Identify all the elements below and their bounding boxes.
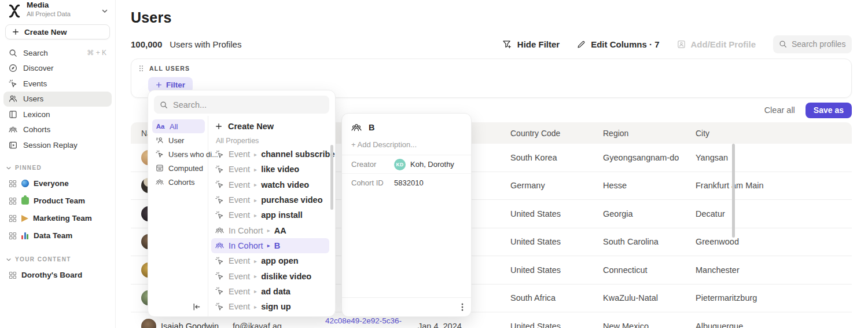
property-item-watch-video[interactable]: Event▸ watch video xyxy=(211,177,329,192)
edit-columns-button[interactable]: Edit Columns · 7 xyxy=(577,39,659,49)
user-country: United States xyxy=(510,265,603,275)
user-count: 100,000 xyxy=(131,39,162,49)
kebab-menu-icon[interactable] xyxy=(461,303,464,312)
sidebar-item-dorothys-board[interactable]: Dorothy's Board xyxy=(3,267,112,284)
tab-all[interactable]: Aa All xyxy=(152,119,205,133)
event-spark-icon xyxy=(9,79,17,88)
filter-property-dropdown: Aa All User Users who di... Computed Coh… xyxy=(148,90,336,317)
property-item-channel-subscribe[interactable]: Event▸ channel subscribe xyxy=(211,147,329,162)
user-city: Frankfurt am Main xyxy=(696,181,852,190)
workspace-switcher[interactable]: Media All Project Data xyxy=(0,0,115,20)
hide-filter-button[interactable]: Hide Filter xyxy=(502,39,560,49)
tab-label: All xyxy=(170,122,178,131)
sidebar-item-events[interactable]: Events xyxy=(3,76,112,92)
funnel-icon xyxy=(502,40,512,49)
cohort-preview-popover: B + Add Description... Creator KD Koh, D… xyxy=(341,113,472,317)
sidebar-item-marketing-team[interactable]: Marketing Team xyxy=(3,210,112,227)
save-as-button[interactable]: Save as xyxy=(806,103,852,118)
collapse-panel-icon[interactable] xyxy=(192,303,201,311)
column-header-region[interactable]: Region xyxy=(603,129,696,138)
tab-cohorts[interactable]: Cohorts xyxy=(152,175,205,189)
dropdown-create-new-button[interactable]: Create New xyxy=(215,119,329,134)
sidebar-item-label: Search xyxy=(23,49,48,57)
filter-group-label: ALL USERS xyxy=(149,65,190,72)
table-scrollbar[interactable] xyxy=(732,144,735,238)
board-item-label: Dorothy's Board xyxy=(21,271,82,279)
dropdown-property-list: Create New All Properties Event▸ channel… xyxy=(208,116,335,316)
user-city: Yangsan xyxy=(696,153,852,162)
user-country: South Korea xyxy=(510,153,603,162)
property-item-sign-up[interactable]: Event▸ sign up xyxy=(211,299,329,314)
dropdown-category-tabs: Aa All User Users who di... Computed Coh… xyxy=(148,116,208,316)
user-region: Georgia xyxy=(603,209,696,218)
tab-computed[interactable]: Computed xyxy=(152,161,205,175)
chevron-down-icon xyxy=(101,8,108,14)
bar-chart-emoji xyxy=(21,232,29,239)
column-header-city[interactable]: City xyxy=(696,129,852,138)
dropdown-search-input[interactable] xyxy=(173,100,323,110)
property-item-in-cohort-b[interactable]: In Cohort▸ B xyxy=(211,238,329,253)
tab-label: Cohorts xyxy=(168,178,195,187)
sidebar-item-lexicon[interactable]: Lexicon xyxy=(3,107,112,122)
board-grid-icon xyxy=(9,197,17,205)
user-distinct-id[interactable]: 42c08e49-2e92-5c36-9a73-a84eb8684fa3 xyxy=(325,316,413,328)
property-item-ad-data[interactable]: Event▸ ad data xyxy=(211,284,329,299)
property-item-dislike-video[interactable]: Event▸ dislike video xyxy=(211,268,329,283)
event-spark-icon xyxy=(215,150,224,159)
plus-icon xyxy=(215,123,222,130)
event-spark-icon xyxy=(215,272,224,280)
cohorts-icon xyxy=(215,241,224,250)
cohorts-icon xyxy=(351,122,362,133)
creator-label: Creator xyxy=(351,160,394,169)
user-country: South Africa xyxy=(510,293,603,303)
tab-users-who-did[interactable]: Users who di... xyxy=(152,147,205,161)
dropdown-search-box[interactable] xyxy=(154,96,329,114)
board-grid-icon xyxy=(9,271,17,279)
media-logo-icon xyxy=(7,3,22,19)
sidebar: Media All Project Data Create New Search… xyxy=(0,0,116,328)
chevron-down-icon xyxy=(6,165,12,171)
pinned-section-header[interactable]: PINNED xyxy=(0,161,115,175)
clear-all-button[interactable]: Clear all xyxy=(764,105,795,115)
sidebar-item-everyone[interactable]: Everyone xyxy=(3,175,112,192)
pencil-icon xyxy=(577,40,586,49)
cohort-id-label: Cohort ID xyxy=(351,178,394,187)
create-new-label: Create New xyxy=(24,28,67,37)
sidebar-item-discover[interactable]: Discover xyxy=(3,61,112,76)
property-item-in-cohort-aa[interactable]: In Cohort▸ AA xyxy=(211,223,329,238)
your-content-section-header[interactable]: YOUR CONTENT xyxy=(0,253,115,267)
sidebar-item-data-team[interactable]: Data Team xyxy=(3,227,112,245)
add-edit-profile-button[interactable]: Add/Edit Profile xyxy=(677,39,756,49)
property-item-app-open[interactable]: Event▸ app open xyxy=(211,253,329,268)
dropdown-scrollbar[interactable] xyxy=(330,145,333,210)
property-item-like-video[interactable]: Event▸ like video xyxy=(211,162,329,177)
cohort-id-value: 5832010 xyxy=(394,178,424,187)
column-header-country-code[interactable]: Country Code xyxy=(510,129,603,138)
sidebar-item-label: Session Replay xyxy=(23,141,78,150)
sidebar-item-search[interactable]: Search ⌘ + K xyxy=(3,45,112,61)
caret-right-icon: ▸ xyxy=(254,151,257,158)
user-city: Manchester xyxy=(696,265,852,275)
sidebar-item-users[interactable]: Users xyxy=(3,92,112,107)
property-item-app-install[interactable]: Event▸ app install xyxy=(211,207,329,223)
board-item-label: Everyone xyxy=(34,179,69,188)
drag-handle-icon[interactable] xyxy=(138,64,144,72)
sidebar-item-label: Discover xyxy=(23,64,54,72)
property-item-purchase-video[interactable]: Event▸ purchase video xyxy=(211,192,329,207)
sidebar-item-product-team[interactable]: Product Team xyxy=(3,192,112,210)
users-icon xyxy=(9,94,17,103)
tab-user[interactable]: User xyxy=(152,133,205,147)
search-profiles-input[interactable] xyxy=(792,39,846,49)
sidebar-item-session-replay[interactable]: Session Replay xyxy=(3,137,112,153)
event-spark-icon xyxy=(215,211,224,220)
user-region: New Mexico xyxy=(603,322,696,328)
add-description-button[interactable]: + Add Description... xyxy=(342,139,471,155)
caret-right-icon: ▸ xyxy=(267,242,270,249)
megaphone-emoji xyxy=(21,215,28,222)
search-profiles-box[interactable] xyxy=(773,35,852,53)
sidebar-item-cohorts[interactable]: Cohorts xyxy=(3,122,112,138)
page-title: Users xyxy=(116,0,868,26)
caret-right-icon: ▸ xyxy=(254,181,257,188)
create-new-button[interactable]: Create New xyxy=(5,24,110,39)
caret-right-icon: ▸ xyxy=(254,212,257,218)
